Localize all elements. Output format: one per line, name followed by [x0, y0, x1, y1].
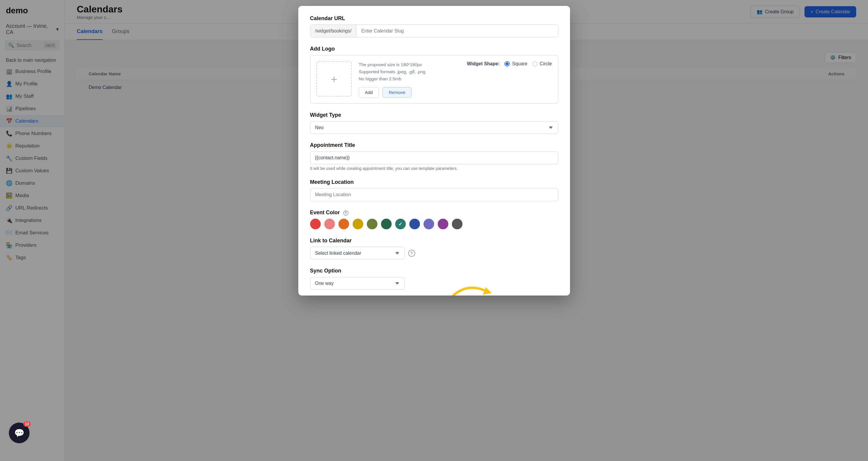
shape-square-option[interactable]: Square [504, 61, 527, 66]
logo-upload-area: ＋ The proposed size is 180*180px Support… [310, 55, 558, 104]
calendar-settings-modal: Calendar URL /widget/bookings/ Add Logo … [298, 6, 570, 295]
link-to-calendar-row: Select linked calendar ? [310, 247, 558, 259]
color-sage[interactable] [367, 219, 377, 229]
calendar-url-input-row: /widget/bookings/ [310, 25, 558, 37]
event-color-label: Event Color ? [310, 209, 558, 216]
color-graphite[interactable] [452, 219, 463, 229]
chat-icon: 💬 [14, 428, 25, 438]
logo-info-text: The proposed size is 180*180px Supported… [359, 61, 460, 82]
add-logo-label: Add Logo [310, 46, 558, 52]
appointment-title-input[interactable] [310, 151, 558, 164]
meeting-location-section: Meeting Location [310, 179, 558, 201]
meeting-location-input[interactable] [310, 188, 558, 201]
link-to-calendar-select[interactable]: Select linked calendar [310, 247, 405, 259]
widget-type-select[interactable]: Neo Classic Modern [310, 121, 558, 134]
add-logo-button[interactable]: Add [359, 87, 379, 97]
color-tomato[interactable] [310, 219, 321, 229]
shape-square-radio[interactable] [504, 61, 510, 66]
arrow-annotation [440, 274, 499, 295]
link-calendar-help-icon[interactable]: ? [408, 250, 415, 257]
logo-upload-placeholder[interactable]: ＋ [316, 61, 352, 97]
color-peacock[interactable] [395, 219, 406, 229]
chat-badge: 13 [23, 422, 31, 427]
color-grape[interactable] [438, 219, 448, 229]
link-to-calendar-section: Link to Calendar Select linked calendar … [310, 238, 558, 259]
sync-option-label: Sync Option [310, 268, 558, 274]
widget-shape-section: Widget Shape: Square Circle [467, 61, 552, 66]
url-prefix: /widget/bookings/ [310, 25, 357, 37]
add-logo-section: Add Logo ＋ The proposed size is 180*180p… [310, 46, 558, 104]
color-banana[interactable] [353, 219, 363, 229]
event-color-section: Event Color ? [310, 209, 558, 229]
color-swatches [310, 219, 558, 229]
sync-option-select[interactable]: One way Two way [310, 277, 405, 290]
color-tangerine[interactable] [338, 219, 349, 229]
shape-circle-radio[interactable] [532, 61, 537, 66]
calendar-url-label: Calendar URL [310, 16, 558, 22]
appointment-title-hint: It will be used while creating appointme… [310, 166, 558, 171]
shape-circle-option[interactable]: Circle [532, 61, 552, 66]
color-lavender[interactable] [424, 219, 434, 229]
plus-icon: ＋ [329, 72, 339, 86]
color-flamingo[interactable] [324, 219, 335, 229]
calendar-url-section: Calendar URL /widget/bookings/ [310, 16, 558, 37]
chat-bubble[interactable]: 💬 13 [9, 423, 30, 443]
remove-logo-button[interactable]: Remove [382, 87, 411, 97]
sync-option-section: Sync Option One way Two way [310, 268, 558, 290]
color-blueberry[interactable] [409, 219, 420, 229]
widget-type-section: Widget Type Neo Classic Modern [310, 112, 558, 134]
logo-info: The proposed size is 180*180px Supported… [359, 61, 460, 97]
link-to-calendar-label: Link to Calendar [310, 238, 558, 244]
widget-shape-label: Widget Shape: [467, 61, 500, 66]
appointment-title-label: Appointment Title [310, 142, 558, 148]
appointment-title-section: Appointment Title It will be used while … [310, 142, 558, 171]
meeting-location-label: Meeting Location [310, 179, 558, 185]
calendar-slug-input[interactable] [356, 25, 558, 37]
event-color-help-icon[interactable]: ? [343, 210, 348, 216]
logo-buttons: Add Remove [359, 87, 460, 97]
widget-type-label: Widget Type [310, 112, 558, 118]
color-basil[interactable] [381, 219, 392, 229]
modal-overlay: Calendar URL /widget/bookings/ Add Logo … [0, 0, 868, 461]
